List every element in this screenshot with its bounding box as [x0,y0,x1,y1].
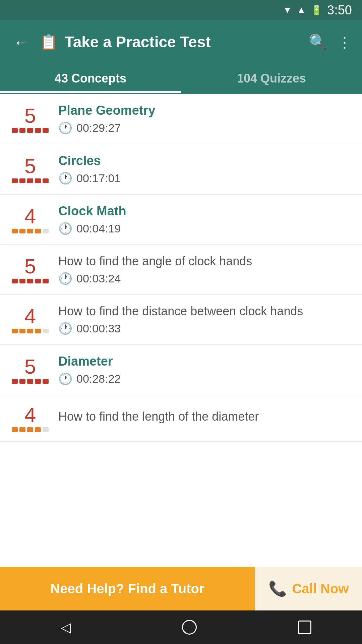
dot [35,178,41,183]
item-time: 🕐00:03:24 [58,272,352,285]
clock-icon: 🕐 [58,222,72,235]
nav-bar: ◁ [0,610,362,644]
home-nav-button[interactable] [182,620,197,635]
dot [27,427,33,432]
item-time: 🕐00:17:01 [58,171,352,185]
dot [43,427,49,432]
dot [43,379,49,384]
clock-icon: 🕐 [58,322,72,335]
status-bar: ▼ ▲ 🔋 3:50 [0,0,362,20]
item-info: Circles🕐00:17:01 [58,154,352,185]
score-number: 4 [24,306,36,327]
list-item[interactable]: 5Diameter🕐00:28:22 [0,345,362,395]
app-bar: ← 📋 Take a Practice Test 🔍 ⋮ [0,20,362,64]
tab-quizzes[interactable]: 104 Quizzes [181,64,362,93]
call-now-button[interactable]: 📞 Call Now [255,567,362,610]
dot [35,128,41,133]
item-info: How to find the distance between clock h… [58,304,352,335]
score-block: 5 [10,105,50,133]
app-bar-actions: 🔍 ⋮ [309,33,352,51]
list-item[interactable]: 5Plane Geometry🕐00:29:27 [0,94,362,144]
item-info: How to find the length of the diameter [58,410,352,427]
tab-concepts[interactable]: 43 Concepts [0,64,181,93]
score-number: 5 [24,105,36,126]
item-info: Plane Geometry🕐00:29:27 [58,103,352,135]
item-title: Clock Math [58,204,352,218]
phone-icon: 📞 [268,580,287,597]
dot [43,229,49,233]
dot [35,279,41,283]
recents-nav-button[interactable] [298,621,311,634]
item-info: Clock Math🕐00:04:19 [58,204,352,235]
list-item[interactable]: 4How to find the distance between clock … [0,295,362,345]
dot [43,329,49,333]
dot [12,178,18,183]
signal-icon: ▲ [297,5,306,15]
dot [27,128,33,133]
item-time: 🕐00:00:33 [58,322,352,335]
list-item[interactable]: 5Circles🕐00:17:01 [0,144,362,195]
dot [19,229,25,233]
dot [12,427,18,432]
score-block: 5 [10,356,50,384]
time-text: 00:17:01 [76,172,121,185]
clock-icon: 🕐 [58,272,72,285]
dot [12,128,18,133]
score-block: 5 [10,156,50,183]
list-item[interactable]: 4How to find the length of the diameter [0,395,362,442]
dot [43,279,49,283]
item-info: How to find the angle of clock hands🕐00:… [58,254,352,285]
item-title: How to find the angle of clock hands [58,254,352,268]
dot [35,427,41,432]
back-nav-button[interactable]: ◁ [51,616,81,638]
status-time: 3:50 [327,3,352,17]
score-number: 5 [24,256,36,277]
more-options-button[interactable]: ⋮ [337,34,352,51]
time-text: 00:04:19 [76,222,121,235]
item-time: 🕐00:28:22 [58,372,352,385]
item-time: 🕐00:04:19 [58,222,352,235]
wifi-icon: ▼ [283,5,292,15]
find-tutor-button[interactable]: Need Help? Find a Tutor [0,567,255,610]
score-dots [12,427,49,432]
back-button[interactable]: ← [10,30,33,55]
call-now-label: Call Now [292,581,349,596]
dot [35,229,41,233]
dot [27,379,33,384]
search-button[interactable]: 🔍 [309,33,327,51]
dot [27,329,33,333]
time-text: 00:29:27 [76,121,121,135]
score-dots [12,379,49,384]
item-title: Diameter [58,354,352,369]
list-item[interactable]: 5How to find the angle of clock hands🕐00… [0,245,362,295]
dot [19,329,25,333]
item-time: 🕐00:29:27 [58,121,352,135]
list-item[interactable]: 4Clock Math🕐00:04:19 [0,195,362,245]
score-number: 4 [24,206,36,227]
dot [43,128,49,133]
clock-icon: 🕐 [58,372,72,385]
dot [27,279,33,283]
score-block: 4 [10,206,50,233]
dot [19,128,25,133]
page-title: Take a Practice Test [65,33,302,51]
time-text: 00:03:24 [76,272,121,285]
score-dots [12,329,49,333]
find-tutor-label: Need Help? Find a Tutor [50,581,204,596]
score-block: 5 [10,256,50,283]
time-text: 00:28:22 [76,372,121,385]
dot [35,329,41,333]
item-title: How to find the distance between clock h… [58,304,352,318]
score-dots [12,128,49,133]
item-info: Diameter🕐00:28:22 [58,354,352,385]
item-title: Plane Geometry [58,103,352,118]
dot [27,178,33,183]
score-dots [12,279,49,283]
document-icon: 📋 [40,33,58,51]
tabs-container: 43 Concepts 104 Quizzes [0,64,362,94]
dot [19,279,25,283]
dot [12,279,18,283]
score-number: 5 [24,156,36,176]
dot [12,329,18,333]
dot [27,229,33,233]
